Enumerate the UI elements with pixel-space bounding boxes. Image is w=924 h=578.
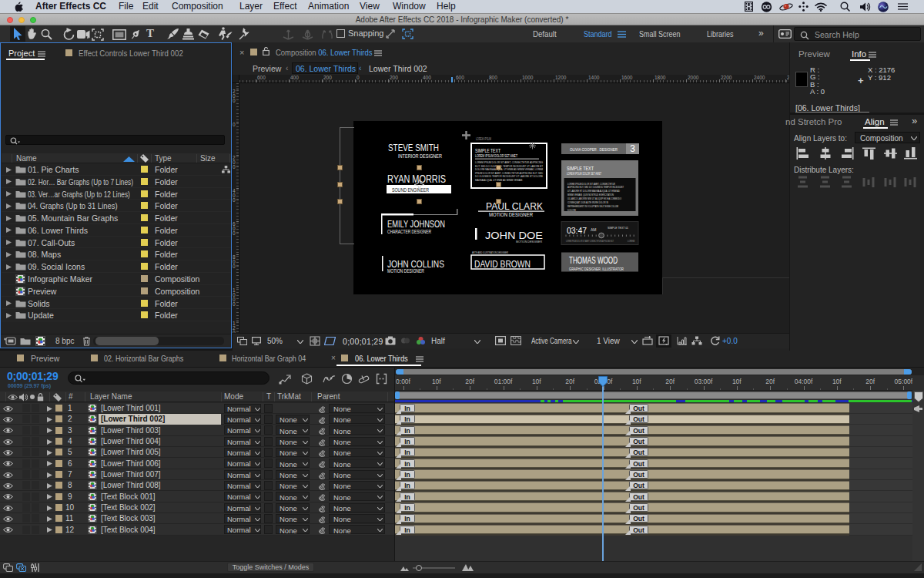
svg-text:MOTION DESIGNER: MOTION DESIGNER bbox=[387, 268, 424, 274]
svg-text:GRAPHIC DESIGNER. ILLUSTRATOR: GRAPHIC DESIGNER. ILLUSTRATOR bbox=[569, 267, 624, 271]
svg-text:CHARACTER DESIGNER: CHARACTER DESIGNER bbox=[387, 229, 431, 234]
svg-text:INTERIOR DESIGNER: INTERIOR DESIGNER bbox=[398, 153, 442, 160]
svg-text:ARTE AND ILUSTRATION DESIGNER: ARTE AND ILUSTRATION DESIGNER bbox=[472, 250, 508, 254]
svg-text:AM: AM bbox=[591, 227, 597, 232]
svg-text:LOREM IPSUM: LOREM IPSUM bbox=[476, 137, 491, 141]
svg-text:EMILY JOHNSON: EMILY JOHNSON bbox=[387, 218, 445, 230]
svg-text:MOTION DESIGNER: MOTION DESIGNER bbox=[516, 240, 542, 244]
svg-text:LOREM IPSUM DOLOR SET AMET: LOREM IPSUM DOLOR SET AMET bbox=[475, 154, 517, 158]
svg-text:MOTION DESIGNER: MOTION DESIGNER bbox=[489, 212, 533, 217]
svg-text:LOREM: LOREM bbox=[628, 240, 634, 243]
svg-text:3: 3 bbox=[630, 143, 635, 154]
svg-text:SIMPLE TEXT: SIMPLE TEXT bbox=[475, 147, 500, 154]
svg-text:PAUL CLARK: PAUL CLARK bbox=[486, 200, 543, 212]
svg-text:LOREM IPSUM DOLOR SIT AMET CON: LOREM IPSUM DOLOR SIT AMET CONSECTETUR A… bbox=[566, 240, 614, 243]
svg-text:OLIVIA COOPER . DESIGNER: OLIVIA COOPER . DESIGNER bbox=[570, 147, 618, 152]
svg-text:THOMAS WOOD: THOMAS WOOD bbox=[569, 255, 618, 266]
svg-text:DOLORE: DOLORE bbox=[567, 208, 576, 212]
svg-text:03:47: 03:47 bbox=[567, 226, 587, 235]
svg-text:DAVID BROWN: DAVID BROWN bbox=[474, 258, 531, 270]
svg-text:SIMPLE TEXT 01: SIMPLE TEXT 01 bbox=[608, 226, 628, 230]
svg-text:LOREM IPSUM DOLOR SET AMET: LOREM IPSUM DOLOR SET AMET bbox=[567, 172, 601, 176]
